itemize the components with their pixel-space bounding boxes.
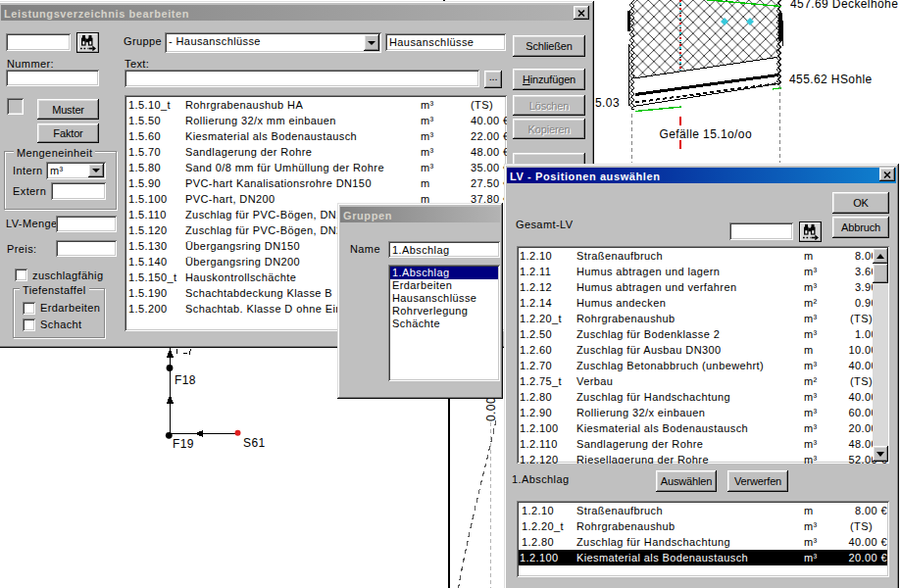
svg-text:457.69 Deckelhöhe: 457.69 Deckelhöhe (790, 0, 898, 11)
svg-text:F19: F19 (173, 437, 194, 451)
svg-text:5.03: 5.03 (595, 96, 620, 110)
svg-text:S61: S61 (243, 436, 266, 450)
svg-text:455.62 HSohle: 455.62 HSohle (789, 73, 873, 86)
svg-text:F18: F18 (175, 373, 196, 387)
svg-text:0.00: 0.00 (484, 397, 498, 421)
svg-text:Gefälle 15.1o/oo: Gefälle 15.1o/oo (660, 127, 752, 141)
